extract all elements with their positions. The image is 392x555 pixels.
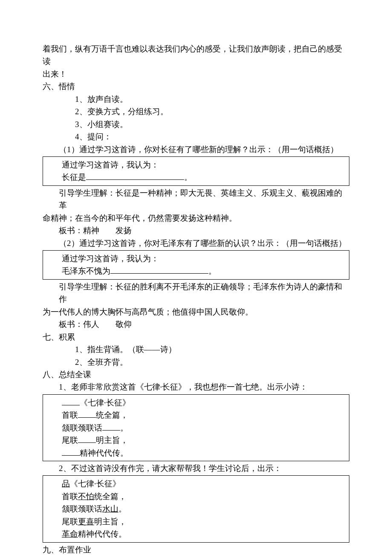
s6-item-2: 2、变换方式，分组练习。 — [43, 105, 349, 118]
boardwork-word-2: 敬仰 — [115, 320, 132, 329]
blank-short[interactable] — [102, 422, 120, 431]
intro-line-1: 着我们，纵有万语千言也难以表达我们内心的感受，让我们放声朗读，把自己的感受读 — [43, 43, 349, 68]
section-9-title: 九、布置作业 — [43, 543, 349, 555]
poem1-line4: 精神代代传。 — [46, 447, 346, 459]
blank-short[interactable] — [78, 434, 96, 443]
poem2-u1: 不怕 — [78, 492, 94, 501]
s6-boardwork-1: 板书：精神发扬 — [43, 224, 349, 237]
boardwork-label: 板书： — [59, 320, 83, 329]
s7-item-2: 2、全班齐背。 — [43, 356, 349, 368]
poem2-u4: 革命 — [62, 529, 78, 538]
boardwork-label: 板书： — [59, 226, 83, 235]
s6-answer-box-2: 通过学习这首诗，我认为： 毛泽东不愧为。 — [43, 250, 349, 280]
s6-question-1: （1）通过学习这首诗，你对长征有了哪些新的理解？出示：（用一句话概括） — [43, 143, 349, 156]
s6-item-1: 1、放声自读。 — [43, 93, 349, 105]
s6-box1-suffix: 。 — [184, 173, 192, 182]
s6-answer-box-1: 通过学习这首诗，我认为： 长征是。 — [43, 156, 349, 186]
s6-box2-suffix: 。 — [208, 266, 216, 275]
s6-guide-2b: 为一代伟人的博大胸怀与高昂气质；他值得中国人民敬仰。 — [43, 306, 349, 318]
s7-item-1: 1、指生背诵。（联——诗） — [43, 343, 349, 356]
s8-item-1: 1、老师非常欣赏这首《七律·长征》，我也想作一首七绝。出示小诗： — [43, 381, 349, 393]
s6-box1-line2: 长征是。 — [46, 171, 346, 183]
poem2-line2: 颔联颈联话水山。 — [46, 503, 346, 515]
s8-poem-box-1: 《七律·长征》 首联统全篇， 颔联颈联话。 尾联明主旨， 精神代代传。 — [43, 394, 349, 461]
blank-line[interactable] — [86, 171, 184, 180]
s6-guide-2a: 引导学生理解：长征的胜利离不开毛泽东的正确领导；毛泽东作为诗人的豪情和作 — [43, 280, 349, 306]
poem1-line2: 颔联颈联话。 — [46, 422, 346, 434]
page-container: 着我们，纵有万语千言也难以表达我们内心的感受，让我们放声朗读，把自己的感受读 出… — [0, 0, 392, 555]
s6-item-4: 4、提问： — [43, 130, 349, 143]
poem2-line4: 革命精神代代传。 — [46, 528, 346, 540]
poem2-title: 品《七律·长征》 — [46, 477, 346, 490]
s6-guide-1a: 引导学生理解：长征是一种精神；即大无畏、英雄主义、乐观主义、藐视困难的革 — [43, 187, 349, 212]
boardwork-word-1: 精神 — [83, 226, 99, 235]
poem2-u2: 水山 — [102, 504, 118, 513]
s6-box1-prefix: 长征是 — [62, 173, 86, 182]
section-7-title: 七、积累 — [43, 331, 349, 343]
blank-short[interactable] — [62, 447, 80, 456]
boardwork-word-2: 发扬 — [115, 226, 132, 235]
intro-line-2: 出来！ — [43, 68, 349, 80]
poem2-line3: 尾联更喜明主旨， — [46, 515, 346, 528]
s6-item-3: 3、小组赛读。 — [43, 118, 349, 130]
poem2-u-pin: 品 — [62, 479, 70, 488]
s6-question-2: （2）通过学习这首诗，你对毛泽东有了哪些新的认识？出示：（用一句话概括） — [43, 237, 349, 249]
blank-short[interactable] — [62, 397, 80, 405]
s8-poem-box-2: 品《七律·长征》 首联不怕统全篇， 颔联颈联话水山。 尾联更喜明主旨， 革命精神… — [43, 475, 349, 542]
s6-box1-line1: 通过学习这首诗，我认为： — [46, 159, 346, 171]
s8-item-2: 2、不过这首诗没有作完，请大家帮帮我！学生讨论后，出示： — [43, 462, 349, 474]
boardwork-word-1: 伟人 — [83, 320, 99, 329]
poem1-line3: 尾联明主旨， — [46, 434, 346, 446]
s6-box2-prefix: 毛泽东不愧为 — [62, 266, 110, 275]
blank-short[interactable] — [78, 409, 96, 418]
poem1-line1: 首联统全篇， — [46, 409, 346, 421]
s6-box2-line2: 毛泽东不愧为。 — [46, 265, 346, 277]
poem1-subtitle: 《七律·长征》 — [46, 396, 346, 409]
section-6-title: 六、悟情 — [43, 80, 349, 92]
s6-boardwork-2: 板书：伟人敬仰 — [43, 318, 349, 330]
poem2-u3: 更喜 — [78, 517, 94, 526]
poem2-line1: 首联不怕统全篇， — [46, 490, 346, 503]
section-8-title: 八、总结全课 — [43, 368, 349, 381]
s6-box2-line1: 通过学习这首诗，我认为： — [46, 252, 346, 265]
s6-guide-1b: 命精神；在当今的和平年代，仍然需要发扬这种精神。 — [43, 212, 349, 224]
blank-line[interactable] — [110, 265, 208, 274]
